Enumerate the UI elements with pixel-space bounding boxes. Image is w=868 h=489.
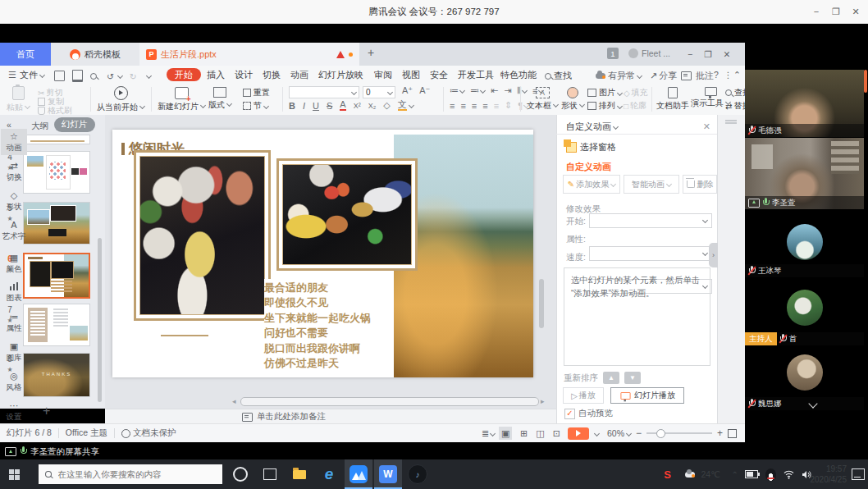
read-view-button[interactable]: ⊡ bbox=[553, 428, 560, 439]
zoom-slider[interactable] bbox=[646, 432, 712, 434]
clock-tray[interactable]: 19:57 2020/4/25 bbox=[811, 459, 847, 489]
scroll-left-arrow[interactable]: ◂ bbox=[232, 397, 236, 405]
property-select[interactable] bbox=[589, 246, 712, 261]
section-button[interactable]: 节 bbox=[243, 100, 268, 112]
task-view-button[interactable] bbox=[256, 459, 284, 489]
menu-tab-security[interactable]: 安全 bbox=[430, 69, 448, 81]
italic-button[interactable]: I bbox=[303, 101, 305, 111]
number-list-button[interactable]: ≕ bbox=[470, 85, 479, 96]
slide-thumb-8[interactable]: THANKS bbox=[23, 353, 90, 397]
panel-drag-handle[interactable] bbox=[725, 120, 737, 121]
panel-close-button[interactable]: ✕ bbox=[703, 121, 710, 132]
canvas-horizontal-scrollbar[interactable] bbox=[240, 397, 539, 406]
panel-collapse-arrow[interactable]: › bbox=[709, 243, 718, 267]
food-photo-left[interactable] bbox=[134, 150, 271, 321]
scroll-right-arrow[interactable]: ▸ bbox=[541, 397, 545, 405]
toolbar-style[interactable]: ◎风格 bbox=[1, 371, 27, 392]
zoom-level[interactable]: 60% bbox=[607, 428, 624, 438]
subscript-button[interactable]: X₂ bbox=[368, 102, 377, 110]
menu-tab-slideshow[interactable]: 幻灯片放映 bbox=[318, 69, 363, 81]
participant-scrollbar[interactable] bbox=[864, 70, 867, 93]
weather-tray[interactable]: 24℃ bbox=[685, 459, 720, 489]
arrange-button[interactable]: 排列 bbox=[587, 100, 622, 112]
cortana-button[interactable] bbox=[226, 459, 254, 489]
toolbar-chart[interactable]: 图表 bbox=[1, 282, 27, 303]
file-explorer-button[interactable] bbox=[286, 459, 313, 489]
menu-tab-animation[interactable]: 动画 bbox=[290, 69, 308, 81]
participant-avatar-4[interactable]: 主持人 首 bbox=[745, 278, 864, 345]
fit-screen-button[interactable] bbox=[728, 429, 737, 438]
toolbar-wordart[interactable]: A艺术字 bbox=[1, 220, 27, 241]
align-center-button[interactable]: ≡ bbox=[460, 101, 465, 111]
fill-button[interactable]: ◇填充 bbox=[624, 87, 648, 98]
toolbar-animation[interactable]: ☆动画 bbox=[1, 129, 27, 155]
smart-animation-button[interactable]: 智能动画 bbox=[624, 175, 679, 194]
font-name-select[interactable] bbox=[289, 86, 359, 98]
share-button[interactable]: ↗分享 bbox=[650, 70, 677, 82]
undo-button[interactable]: ↺ bbox=[107, 71, 114, 81]
decrease-indent-button[interactable]: ⇤ bbox=[491, 85, 498, 96]
play-from-current-button[interactable]: 从当前开始 bbox=[97, 86, 144, 113]
doc-assistant-button[interactable]: 文档助手 bbox=[656, 87, 689, 112]
taskbar-search[interactable] bbox=[39, 464, 222, 484]
menu-tab-view[interactable]: 视图 bbox=[402, 69, 420, 81]
meeting-maximize-button[interactable]: ❐ bbox=[830, 7, 842, 17]
split-view-button[interactable]: ◫ bbox=[536, 428, 544, 439]
bold-button[interactable]: B bbox=[289, 101, 295, 111]
action-center-button[interactable] bbox=[852, 459, 865, 489]
grid-view-button[interactable]: ⊞ bbox=[520, 428, 528, 439]
tab-outline[interactable]: 大纲 bbox=[31, 121, 48, 132]
zoom-in-button[interactable]: + bbox=[717, 427, 723, 439]
decrease-font-button[interactable]: A⁻ bbox=[419, 85, 430, 96]
picture-button[interactable]: 图片 bbox=[587, 87, 622, 98]
menu-tab-features[interactable]: 特色功能 bbox=[500, 69, 537, 81]
panel-title-dropdown[interactable] bbox=[613, 124, 619, 130]
theme-label[interactable]: Office 主题 bbox=[66, 427, 107, 439]
toolbar-transition[interactable]: ⇄切换 bbox=[1, 161, 27, 182]
participant-video-1[interactable]: 毛德强 bbox=[745, 70, 864, 137]
wps-minimize-button[interactable]: − bbox=[688, 49, 692, 59]
notes-bar[interactable]: 单击此处添加备注 bbox=[105, 409, 556, 424]
more-menu-button[interactable]: ⋮ bbox=[724, 70, 733, 80]
line-spacing-button[interactable]: ⇕ bbox=[505, 100, 512, 111]
slide-thumb-5[interactable] bbox=[23, 202, 90, 244]
slideshow-play-button[interactable]: 幻灯片播放 bbox=[610, 387, 684, 404]
protect-label[interactable]: 文档未保护 bbox=[133, 427, 176, 439]
slide-6-canvas[interactable]: 悠闲时光 最合适的朋友 即使很久不见 坐下来就能一起吃火锅 问好也不需要 脱口而… bbox=[112, 130, 533, 377]
slideshow-button[interactable] bbox=[568, 427, 589, 440]
font-size-select[interactable]: 0 bbox=[363, 86, 395, 98]
help-button[interactable]: ? bbox=[714, 70, 719, 80]
selection-pane-button[interactable]: 选择窗格 bbox=[566, 141, 616, 153]
tab-home[interactable]: 首页 bbox=[0, 43, 51, 66]
find-menu-button[interactable]: 查找 bbox=[545, 70, 572, 82]
menu-tab-design[interactable]: 设计 bbox=[235, 69, 253, 81]
notes-view-button[interactable]: ≣ bbox=[482, 428, 489, 439]
slide-body-text[interactable]: 最合适的朋友 即使很久不见 坐下来就能一起吃火锅 问好也不需要 脱口而出我跟你讲… bbox=[264, 279, 376, 373]
zoom-out-button[interactable]: − bbox=[636, 427, 642, 439]
battery-tray-icon[interactable] bbox=[743, 459, 760, 489]
reorder-up-button[interactable]: ▲ bbox=[603, 372, 619, 384]
menu-tab-transition[interactable]: 切换 bbox=[263, 69, 281, 81]
font-color-button[interactable]: A bbox=[340, 100, 345, 111]
distribute-button[interactable]: ≡ bbox=[494, 101, 499, 111]
textbox-button[interactable]: A 文本框 bbox=[527, 87, 558, 112]
search-input[interactable] bbox=[57, 468, 217, 480]
present-tools-button[interactable]: 演示工具 bbox=[691, 87, 730, 109]
toolbar-shape[interactable]: ◇形状 bbox=[1, 190, 27, 212]
menu-tab-review[interactable]: 审阅 bbox=[374, 69, 392, 81]
delete-effect-button[interactable]: 删除 bbox=[683, 175, 717, 194]
start-button[interactable] bbox=[0, 459, 28, 489]
reorder-down-button[interactable]: ▼ bbox=[624, 372, 641, 384]
superscript-button[interactable]: X² bbox=[354, 102, 361, 110]
thumbnail-scrollbar[interactable] bbox=[98, 238, 102, 402]
slide-thumb-6-selected[interactable] bbox=[23, 253, 90, 299]
toolbar-color[interactable]: ▦颜色 bbox=[1, 253, 27, 274]
bullet-list-button[interactable]: ≔ bbox=[450, 85, 459, 96]
underline-button[interactable]: U bbox=[313, 101, 319, 111]
zoom-slider-knob[interactable] bbox=[656, 429, 665, 438]
play-button[interactable]: ▷播放 bbox=[563, 387, 604, 404]
wps-button[interactable]: W bbox=[374, 459, 402, 489]
qq-tray-icon[interactable] bbox=[765, 459, 776, 489]
slide-thumb-4[interactable] bbox=[23, 151, 90, 194]
paste-button[interactable]: 粘贴 bbox=[7, 86, 30, 113]
